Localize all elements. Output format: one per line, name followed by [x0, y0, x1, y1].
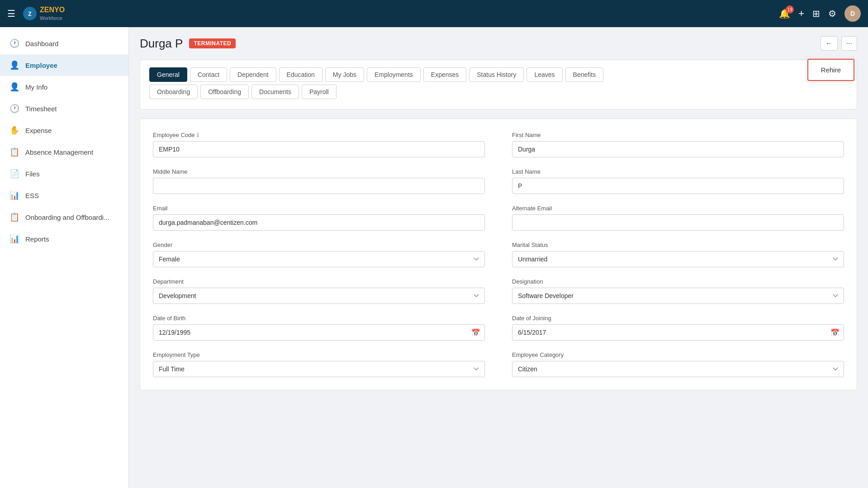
designation-group: Designation Software Developer Senior De… [512, 278, 844, 304]
first-name-label: First Name [512, 132, 844, 138]
dob-label: Date of Birth [153, 315, 485, 322]
notification-badge: 19 [786, 5, 794, 14]
sidebar-item-employee[interactable]: 👤Employee [0, 54, 128, 76]
sidebar-item-files[interactable]: 📄Files [0, 163, 128, 185]
sidebar-label-employee: Employee [25, 62, 57, 69]
sidebar-item-expense[interactable]: ✋Expense [0, 119, 128, 141]
employee-code-group: Employee Code ℹ [153, 132, 485, 157]
sidebar-item-myinfo[interactable]: 👤My Info [0, 76, 128, 98]
marital-status-label: Marital Status [512, 242, 844, 248]
gender-label: Gender [153, 242, 485, 248]
middle-name-input[interactable] [153, 178, 485, 194]
sidebar-label-timesheet: Timesheet [25, 105, 57, 113]
page-title: Durga P [140, 37, 183, 51]
sidebar-label-myinfo: My Info [25, 83, 47, 91]
doj-calendar-icon[interactable]: 📅 [830, 328, 840, 337]
files-icon: 📄 [9, 169, 20, 179]
tab-benefits[interactable]: Benefits [565, 67, 604, 82]
tab-dependent[interactable]: Dependent [230, 67, 276, 82]
gender-select[interactable]: Female Male Other [153, 251, 485, 267]
employment-type-group: Employment Type Full Time Part Time Cont… [153, 351, 485, 377]
tab-onboarding[interactable]: Onboarding [149, 85, 198, 99]
form-card: Employee Code ℹ First Name Middle Name [140, 118, 857, 390]
tab-contact[interactable]: Contact [190, 67, 227, 82]
dob-calendar-icon[interactable]: 📅 [471, 328, 480, 337]
alternate-email-input[interactable] [512, 214, 844, 231]
sidebar-item-absence[interactable]: 📋Absence Management [0, 141, 128, 163]
marital-status-group: Marital Status Unmarried Married Divorce… [512, 242, 844, 267]
employee-code-label: Employee Code ℹ [153, 132, 485, 138]
employee-code-info-icon[interactable]: ℹ [197, 132, 199, 138]
page-header: Durga P TERMINATED ← ··· [140, 36, 857, 51]
terminated-badge: TERMINATED [189, 38, 236, 48]
sidebar-label-absence: Absence Management [25, 148, 93, 156]
dashboard-icon: 🕐 [9, 38, 20, 48]
sidebar-label-ess: ESS [25, 192, 39, 199]
layout: 🕐Dashboard👤Employee👤My Info🕐Timesheet✋Ex… [0, 27, 868, 488]
form-grid: Employee Code ℹ First Name Middle Name [153, 132, 844, 377]
email-input[interactable] [153, 214, 485, 231]
logo: Z ZENYO Workforce [23, 6, 65, 21]
sidebar-item-onboarding[interactable]: 📋Onboarding and Offboardi... [0, 206, 128, 228]
notification-icon[interactable]: 🔔 19 [779, 8, 790, 19]
topnav: ☰ Z ZENYO Workforce 🔔 19 + ⊞ ⚙ D [0, 0, 868, 27]
last-name-label: Last Name [512, 168, 844, 175]
employee-code-input[interactable] [153, 141, 485, 157]
logo-text: ZENYO Workforce [40, 6, 65, 21]
sidebar-label-expense: Expense [25, 127, 52, 134]
marital-status-select[interactable]: Unmarried Married Divorced [512, 251, 844, 267]
tab-documents[interactable]: Documents [251, 85, 299, 99]
main-content: Durga P TERMINATED ← ··· GeneralContactD… [129, 27, 868, 488]
department-select[interactable]: Development HR Finance [153, 288, 485, 304]
doj-label: Date of Joining [512, 315, 844, 322]
tab-myjobs[interactable]: My Jobs [325, 67, 364, 82]
email-label: Email [153, 205, 485, 212]
employee-icon: 👤 [9, 60, 20, 70]
last-name-input[interactable] [512, 178, 844, 194]
alternate-email-label: Alternate Email [512, 205, 844, 212]
sidebar-item-dashboard[interactable]: 🕐Dashboard [0, 33, 128, 54]
tab-expenses[interactable]: Expenses [423, 67, 466, 82]
add-icon[interactable]: + [798, 8, 804, 19]
expense-icon: ✋ [9, 125, 20, 135]
designation-select[interactable]: Software Developer Senior Developer Mana… [512, 288, 844, 304]
sidebar-label-dashboard: Dashboard [25, 40, 58, 47]
employee-category-select[interactable]: Citizen Non-Citizen Resident [512, 361, 844, 377]
doj-input[interactable] [512, 324, 844, 341]
logo-icon: Z [23, 6, 37, 21]
onboarding-icon: 📋 [9, 212, 20, 222]
middle-name-group: Middle Name [153, 168, 485, 194]
sidebar-item-ess[interactable]: 📊ESS [0, 185, 128, 206]
reports-icon: 📊 [9, 234, 20, 244]
rehire-popup[interactable]: Rehire [807, 59, 854, 81]
more-options-button[interactable]: ··· [841, 36, 857, 51]
alternate-email-group: Alternate Email [512, 205, 844, 231]
gender-group: Gender Female Male Other [153, 242, 485, 267]
employment-type-label: Employment Type [153, 351, 485, 358]
avatar[interactable]: D [844, 5, 861, 22]
tab-leaves[interactable]: Leaves [526, 67, 562, 82]
designation-label: Designation [512, 278, 844, 285]
settings-icon[interactable]: ⚙ [828, 8, 836, 19]
tab-education[interactable]: Education [279, 67, 323, 82]
middle-name-label: Middle Name [153, 168, 485, 175]
tab-status_history[interactable]: Status History [469, 67, 524, 82]
department-label: Department [153, 278, 485, 285]
first-name-input[interactable] [512, 141, 844, 157]
tab-general[interactable]: General [149, 67, 187, 82]
myinfo-icon: 👤 [9, 82, 20, 92]
hamburger-menu[interactable]: ☰ [7, 8, 15, 19]
ess-icon: 📊 [9, 190, 20, 200]
tab-payroll[interactable]: Payroll [302, 85, 337, 99]
employment-type-select[interactable]: Full Time Part Time Contract [153, 361, 485, 377]
svg-text:Z: Z [28, 11, 31, 17]
back-button[interactable]: ← [821, 36, 838, 51]
tab-offboarding[interactable]: Offboarding [200, 85, 249, 99]
sidebar-item-reports[interactable]: 📊Reports [0, 228, 128, 250]
doj-group: Date of Joining 📅 [512, 315, 844, 341]
tab-employments[interactable]: Employments [367, 67, 421, 82]
dob-input[interactable] [153, 324, 485, 341]
apps-icon[interactable]: ⊞ [812, 8, 820, 19]
sidebar-item-timesheet[interactable]: 🕐Timesheet [0, 98, 128, 119]
dob-date-wrapper: 📅 [153, 324, 485, 341]
